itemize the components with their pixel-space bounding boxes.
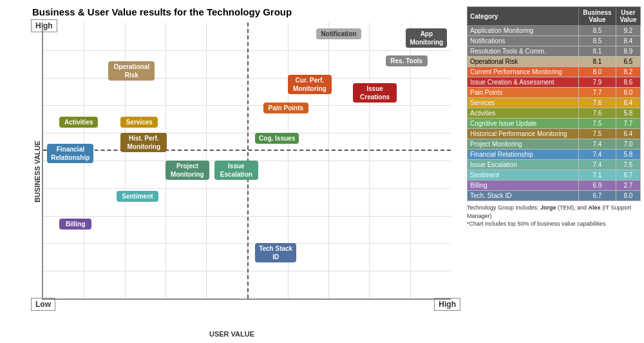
table-cell-bv: 7.4 bbox=[578, 160, 616, 170]
table-cell-category: Cognitive Issue Update bbox=[468, 119, 579, 129]
dp-issue-esc: IssueEscalation bbox=[214, 161, 258, 180]
dp-res-tools: Res. Tools bbox=[386, 55, 428, 66]
chart-title: Business & User Value results for the Te… bbox=[32, 6, 457, 17]
col-uv: UserValue bbox=[616, 7, 640, 26]
dp-tech-stack: Tech StackID bbox=[255, 243, 296, 262]
dp-issue-creation: IssueCreations bbox=[353, 83, 397, 103]
dp-fin-rel: FinancialRelationship bbox=[47, 144, 93, 163]
table-cell-uv: 6.7 bbox=[616, 170, 640, 181]
table-cell-bv: 7.5 bbox=[578, 119, 616, 129]
table-row: Billing6.92.7 bbox=[468, 181, 641, 191]
table-row: Pain Points7.78.0 bbox=[468, 88, 641, 98]
dp-app-monitoring: AppMonitoring bbox=[406, 28, 447, 48]
table-cell-uv: 8.2 bbox=[616, 67, 640, 77]
chart-area: Business & User Value results for the Te… bbox=[0, 0, 464, 343]
x-axis-label: USER VALUE bbox=[209, 330, 254, 338]
table-row: Historical Performance Monitoring7.56.4 bbox=[468, 129, 641, 139]
table-cell-category: Tech. Stack ID bbox=[468, 191, 579, 201]
table-cell-category: Operational Risk bbox=[468, 57, 579, 67]
table-cell-bv: 8.1 bbox=[578, 57, 616, 67]
dp-cog-issues: Cog. Issues bbox=[255, 133, 299, 144]
table-row: Issue Creation & Assessment7.98.6 bbox=[468, 77, 641, 88]
table-cell-bv: 6.7 bbox=[578, 191, 616, 201]
y-axis-label: BUSINESS VALUE bbox=[33, 141, 41, 202]
footnote: Technology Group Includes: Jorge (TEM), … bbox=[467, 204, 641, 228]
dp-cur-perf: Cur. Perf.Monitoring bbox=[288, 75, 332, 94]
col-category: Category bbox=[468, 7, 579, 26]
table-cell-category: Services bbox=[468, 98, 579, 108]
table-cell-uv: 6.4 bbox=[616, 98, 640, 108]
table-cell-category: Current Performance Monitoring bbox=[468, 67, 579, 77]
table-cell-uv: 2.7 bbox=[616, 181, 640, 191]
table-row: Activities7.65.8 bbox=[468, 108, 641, 119]
table-cell-bv: 7.7 bbox=[578, 88, 616, 98]
dp-proj-mon: ProjectMonitoring bbox=[166, 161, 209, 180]
table-cell-category: Activities bbox=[468, 108, 579, 119]
table-row: Current Performance Monitoring8.08.2 bbox=[468, 67, 641, 77]
table-row: Issue Escalation7.47.5 bbox=[468, 160, 641, 170]
dp-notification: Notification bbox=[316, 28, 361, 39]
table-cell-bv: 7.4 bbox=[578, 139, 616, 150]
table-cell-uv: 8.0 bbox=[616, 88, 640, 98]
plot-area: AppMonitoring Notification Res. Tools Op… bbox=[42, 23, 451, 300]
table-cell-uv: 7.5 bbox=[616, 160, 640, 170]
table-cell-category: Application Monitoring bbox=[468, 26, 579, 36]
table-cell-uv: 8.0 bbox=[616, 191, 640, 201]
table-cell-category: Billing bbox=[468, 181, 579, 191]
table-area: Category BusinessValue UserValue Applica… bbox=[464, 0, 644, 343]
table-cell-category: Sentiment bbox=[468, 170, 579, 181]
table-cell-uv: 9.2 bbox=[616, 26, 640, 36]
table-cell-uv: 8.6 bbox=[616, 77, 640, 88]
table-cell-bv: 7.6 bbox=[578, 108, 616, 119]
dp-sentiment: Sentiment bbox=[117, 191, 158, 202]
table-cell-bv: 7.1 bbox=[578, 170, 616, 181]
high-x-label: High bbox=[434, 298, 460, 311]
table-cell-uv: 7.0 bbox=[616, 139, 640, 150]
table-cell-uv: 8.4 bbox=[616, 36, 640, 46]
table-cell-uv: 5.8 bbox=[616, 108, 640, 119]
table-row: Notifications8.58.4 bbox=[468, 36, 641, 46]
table-cell-uv: 7.7 bbox=[616, 119, 640, 129]
table-cell-category: Issue Creation & Assessment bbox=[468, 77, 579, 88]
table-row: Sentiment7.16.7 bbox=[468, 170, 641, 181]
table-cell-bv: 6.9 bbox=[578, 181, 616, 191]
table-row: Services7.66.4 bbox=[468, 98, 641, 108]
table-cell-uv: 6.5 bbox=[616, 57, 640, 67]
table-cell-category: Financial Relationship bbox=[468, 150, 579, 160]
table-row: Financial Relationship7.45.8 bbox=[468, 150, 641, 160]
table-cell-uv: 8.9 bbox=[616, 46, 640, 57]
table-cell-category: Project Monitoring bbox=[468, 139, 579, 150]
table-cell-category: Resolution Tools & Comm. bbox=[468, 46, 579, 57]
dp-billing: Billing bbox=[59, 219, 91, 230]
table-cell-bv: 7.9 bbox=[578, 77, 616, 88]
dp-services: Services bbox=[120, 117, 158, 128]
low-y-label: Low bbox=[31, 298, 55, 311]
dp-pain-points: Pain Points bbox=[263, 103, 308, 113]
table-cell-bv: 8.5 bbox=[578, 26, 616, 36]
table-cell-bv: 8.0 bbox=[578, 67, 616, 77]
table-row: Project Monitoring7.47.0 bbox=[468, 139, 641, 150]
table-cell-bv: 8.5 bbox=[578, 36, 616, 46]
table-cell-bv: 7.6 bbox=[578, 98, 616, 108]
table-cell-bv: 8.1 bbox=[578, 46, 616, 57]
table-cell-category: Historical Performance Monitoring bbox=[468, 129, 579, 139]
dp-hist-perf: Hist. Perf.Monitoring bbox=[120, 133, 167, 152]
table-cell-uv: 6.4 bbox=[616, 129, 640, 139]
dp-activities: Activities bbox=[59, 117, 98, 128]
table-cell-category: Pain Points bbox=[468, 88, 579, 98]
data-table: Category BusinessValue UserValue Applica… bbox=[467, 6, 641, 201]
col-bv: BusinessValue bbox=[578, 7, 616, 26]
table-cell-category: Notifications bbox=[468, 36, 579, 46]
table-row: Operational Risk8.16.5 bbox=[468, 57, 641, 67]
table-row: Application Monitoring8.59.2 bbox=[468, 26, 641, 36]
table-cell-category: Issue Escalation bbox=[468, 160, 579, 170]
table-cell-bv: 7.5 bbox=[578, 129, 616, 139]
table-row: Resolution Tools & Comm.8.18.9 bbox=[468, 46, 641, 57]
table-cell-uv: 5.8 bbox=[616, 150, 640, 160]
table-cell-bv: 7.4 bbox=[578, 150, 616, 160]
dp-op-risk: OperationalRisk bbox=[108, 61, 155, 81]
table-row: Cognitive Issue Update7.57.7 bbox=[468, 119, 641, 129]
table-row: Tech. Stack ID6.78.0 bbox=[468, 191, 641, 201]
